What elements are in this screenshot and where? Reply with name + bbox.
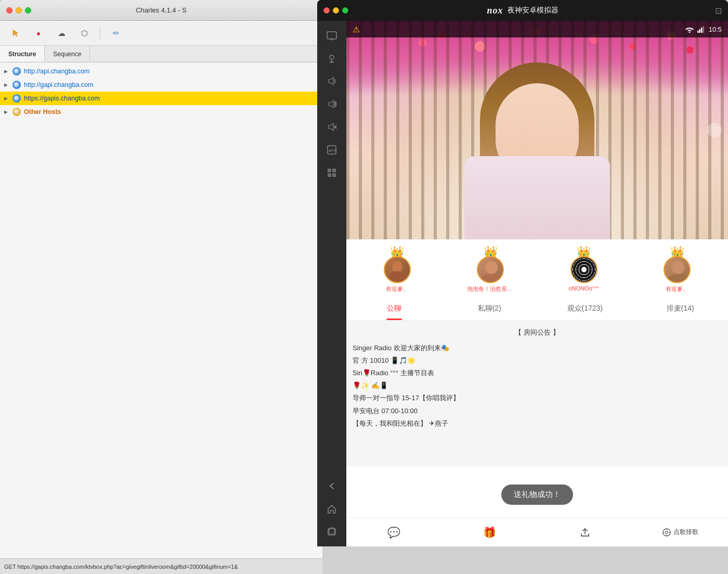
svg-rect-11 xyxy=(332,173,336,177)
sidebar-btn-back[interactable] xyxy=(321,476,342,496)
bottom-nav: 💬 🎁 xyxy=(346,517,728,546)
toast-message: 送礼物成功！ xyxy=(501,484,573,505)
tree-item-api-changba[interactable]: ▶ http://api.changba.com xyxy=(0,65,322,78)
phone-screen: ⚠ 10:5 xyxy=(346,21,728,546)
performer-name: 有逗爹。 xyxy=(386,285,409,293)
performer-name: 有逗爹。 xyxy=(666,285,688,293)
nox-maximize-button[interactable] xyxy=(342,7,348,14)
wifi-icon xyxy=(685,25,694,33)
sidebar-btn-recent[interactable] xyxy=(321,521,342,542)
shirt-layer xyxy=(464,156,610,239)
status-time: 10:5 xyxy=(709,25,722,33)
sidebar-btn-mute[interactable] xyxy=(321,117,342,137)
close-button[interactable] xyxy=(6,7,12,14)
performer-name: oNONOo°°° xyxy=(569,285,599,291)
svg-rect-18 xyxy=(703,26,704,33)
song-queue-label: 点歌排歌 xyxy=(673,528,698,537)
performer-item[interactable]: 👑 oNONOo°°° xyxy=(543,246,625,293)
bottom-nav-gift[interactable]: 🎁 xyxy=(442,518,538,546)
charles-tabs: Structure Sequence xyxy=(0,46,322,62)
performer-item[interactable]: 👑 有逗爹。 xyxy=(356,246,438,293)
signal-icon xyxy=(697,25,706,33)
chat-line: 🌹✨ ✍️📱 xyxy=(353,380,722,391)
chat-area: 【 房间公告 】 Singer Radio 欢迎大家的到来🎭 官 方 10010… xyxy=(346,321,728,466)
toolbar-btn-hex[interactable]: ⬡ xyxy=(75,26,94,41)
tree-label: http://gapi.changba.com xyxy=(24,81,93,88)
svg-rect-8 xyxy=(328,169,331,172)
hero-image: ♡ xyxy=(346,21,728,239)
tab-audience[interactable]: 观众(1723) xyxy=(537,297,633,320)
nox-minimize-button[interactable] xyxy=(333,7,339,14)
performer-item[interactable]: 👑 泡泡鱼！治愈系女声 xyxy=(449,246,531,293)
nox-window: nox 夜神安卓模拟器 ⊡ xyxy=(317,0,728,546)
warning-icon: ⚠ xyxy=(353,24,360,34)
maximize-button[interactable] xyxy=(25,7,31,14)
chat-line: Singer Radio 欢迎大家的到来🎭 xyxy=(353,342,722,354)
tree-arrow: ▶ xyxy=(4,69,9,74)
svg-point-14 xyxy=(688,32,690,33)
toolbar-btn-pointer[interactable] xyxy=(6,26,25,41)
performer-avatar xyxy=(477,256,504,283)
tree-item-gapi-changba[interactable]: ▶ http://gapi.changba.com xyxy=(0,78,322,92)
sidebar-btn-apk[interactable]: APK xyxy=(321,139,342,160)
tree-label-other-hosts: Other Hosts xyxy=(24,108,61,116)
charles-toolbar: ● ☁ ⬡ ✏ xyxy=(0,21,322,46)
tree-arrow: ▶ xyxy=(4,96,9,101)
svg-point-24 xyxy=(668,274,688,283)
tree-item-gapis-changba[interactable]: ▶ https://gapis.changba.com xyxy=(0,92,322,105)
sidebar-btn-location[interactable] xyxy=(321,48,342,69)
tree-icon-http xyxy=(12,67,21,75)
svg-rect-10 xyxy=(328,173,331,177)
window-title: Charles 4.1.4 - S xyxy=(136,6,187,14)
performer-item[interactable]: 👑 有逗爹。 xyxy=(636,246,718,293)
toolbar-separator xyxy=(100,27,100,40)
performer-avatar xyxy=(384,256,411,283)
nox-sidebar: APK xyxy=(317,21,346,546)
performers-section: 👑 有逗爹。 👑 xyxy=(346,239,728,297)
sidebar-btn-screen[interactable] xyxy=(321,25,342,46)
tree-arrow: ▶ xyxy=(4,109,9,114)
tree-label: http://api.changba.com xyxy=(24,68,89,75)
chat-line: 【每天，我和阳光相在】 ✈燕子 xyxy=(353,418,722,429)
sidebar-btn-volume[interactable] xyxy=(321,71,342,92)
tree-item-other-hosts[interactable]: ▶ Other Hosts xyxy=(0,105,322,119)
bottom-nav-song[interactable]: 点歌排歌 xyxy=(633,518,729,546)
svg-rect-0 xyxy=(327,32,336,39)
heart-button[interactable]: ♡ xyxy=(707,123,722,137)
tab-private-chat[interactable]: 私聊(2) xyxy=(442,297,538,320)
sidebar-btn-home[interactable] xyxy=(321,499,342,519)
nox-traffic-lights xyxy=(323,7,348,14)
minimize-button[interactable] xyxy=(16,7,22,14)
performer-name: 泡泡鱼！治愈系女声 xyxy=(467,285,514,293)
bottom-nav-share[interactable] xyxy=(537,518,633,546)
toolbar-btn-record[interactable]: ● xyxy=(29,26,48,41)
tab-sequence[interactable]: Sequence xyxy=(45,46,90,62)
nox-title-text: 夜神安卓模拟器 xyxy=(508,6,558,15)
app-content: ⚠ 10:5 xyxy=(346,21,728,546)
tree-arrow: ▶ xyxy=(4,82,9,87)
nox-expand-button[interactable]: ⊡ xyxy=(715,6,722,16)
performer-avatar xyxy=(570,256,597,283)
charles-window: Charles 4.1.4 - S ● ☁ ⬡ ✏ Structure Sequ… xyxy=(0,0,322,574)
sidebar-btn-volume2[interactable] xyxy=(321,94,342,114)
tab-structure[interactable]: Structure xyxy=(0,46,45,62)
phone-status-bar: ⚠ 10:5 xyxy=(346,21,728,37)
sidebar-btn-grid[interactable] xyxy=(321,162,342,183)
tree-icon-https xyxy=(12,94,21,103)
performer-crown-wrapper: 👑 xyxy=(381,246,414,283)
nox-close-button[interactable] xyxy=(323,7,330,14)
toolbar-btn-cloud[interactable]: ☁ xyxy=(52,26,71,41)
statusbar-text: GET https://gapis.changba.com/ktvbox.php… xyxy=(4,564,238,570)
toolbar-btn-pen[interactable]: ✏ xyxy=(107,26,125,41)
bottom-nav-chat[interactable]: 💬 xyxy=(346,518,442,546)
charles-statusbar: GET https://gapis.changba.com/ktvbox.php… xyxy=(0,558,322,574)
tab-queue[interactable]: 排麦(14) xyxy=(633,297,729,320)
chat-line: 官 方 10010 📱🎵🌟 xyxy=(353,355,722,366)
svg-rect-9 xyxy=(332,169,336,172)
performer-crown-wrapper: 👑 xyxy=(474,246,507,283)
nox-layout: APK xyxy=(317,21,728,546)
notice-title: 【 房间公告 】 xyxy=(515,328,559,336)
tab-public-chat[interactable]: 公聊 xyxy=(346,297,442,320)
nox-title: nox 夜神安卓模拟器 xyxy=(487,5,558,16)
svg-rect-15 xyxy=(697,31,699,33)
